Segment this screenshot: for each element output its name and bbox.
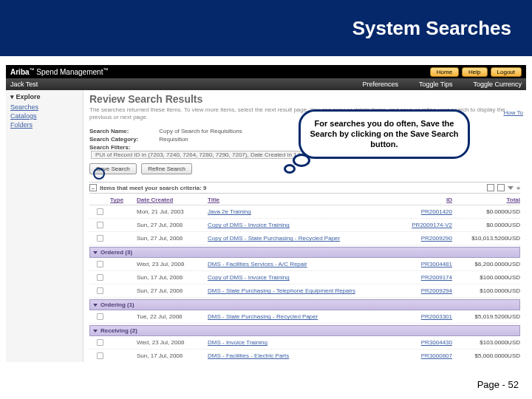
cell-id-link[interactable]: PR3000807	[399, 352, 452, 359]
toggle-tips-link[interactable]: Toggle Tips	[419, 81, 453, 88]
chevron-down-icon	[93, 304, 98, 307]
logout-button[interactable]: Logout	[491, 67, 522, 77]
th-total[interactable]: Total	[452, 197, 520, 203]
table-row: Wed, 23 Jul, 2008DMS - Invoice TrainingP…	[89, 336, 520, 349]
home-button[interactable]: Home	[430, 67, 459, 77]
cell-title-link[interactable]: Copy of DMS - Invoice Training	[208, 274, 399, 281]
row-checkbox[interactable]	[96, 274, 103, 281]
search-category-label: Search Category:	[89, 136, 157, 143]
cell-id-link[interactable]: PR3004481	[399, 261, 452, 267]
cell-id-link[interactable]: PR2003301	[399, 313, 452, 320]
cell-date: Wed, 23 Jul, 2008	[137, 261, 208, 267]
cell-date: Wed, 23 Jul, 2008	[137, 339, 208, 346]
cell-total: $100.0000USD	[452, 274, 520, 281]
callout-tail-icon	[284, 164, 296, 174]
th-date[interactable]: Date Created	[137, 197, 208, 203]
row-checkbox[interactable]	[96, 235, 103, 242]
page-number: Page - 52	[477, 379, 519, 390]
cell-total: $5,000.0000USD	[452, 352, 520, 359]
app-toolbar: Jack Test Preferences Toggle Tips Toggle…	[6, 78, 526, 90]
group-receiving[interactable]: Receiving (2)	[89, 325, 520, 336]
cell-date: Sun, 17 Jul, 2008	[137, 274, 208, 281]
cell-date: Sun, 27 Jul, 2008	[137, 287, 208, 294]
cell-id-link[interactable]: PR2009294	[399, 287, 452, 294]
prefs-link[interactable]: Preferences	[362, 81, 398, 88]
table-row: Wed, 23 Jul, 2008DMS - Facilities Servic…	[89, 258, 520, 271]
how-to-link[interactable]: How To	[503, 109, 523, 116]
table-row: Sun, 27 Jul, 2008Copy of DMS - State Pur…	[89, 232, 520, 245]
cell-total: $6,200.0000USD	[452, 261, 520, 267]
sidebar-link-catalogs[interactable]: Catalogs	[10, 112, 78, 120]
row-checkbox[interactable]	[96, 208, 103, 215]
cell-title-link[interactable]: DMS - Facilities - Electric Parts	[208, 352, 399, 359]
row-checkbox[interactable]	[96, 352, 103, 359]
cell-title-link[interactable]: DMS - State Purchasing - Telephone Equip…	[208, 287, 399, 294]
cell-id-link[interactable]: PR2009174-V2	[399, 222, 452, 228]
cell-id-link[interactable]: PR2009290	[399, 235, 452, 242]
equals-label: =	[516, 185, 520, 191]
group-ordering[interactable]: Ordering (1)	[89, 299, 520, 310]
th-id[interactable]: ID	[399, 197, 452, 203]
sidebar-heading-text: Explore	[16, 93, 41, 100]
cell-date: Sun, 17 Jul, 2008	[137, 352, 208, 359]
app-header: Ariba™ Spend Management™ Home Help Logou…	[6, 65, 526, 78]
group-receiving-label: Receiving (2)	[100, 327, 137, 334]
row-checkbox[interactable]	[96, 313, 103, 320]
cell-title-link[interactable]: DMS - State Purchasing - Recycled Paper	[208, 313, 399, 320]
slide-title-bar: System Searches	[0, 0, 532, 56]
cell-title-link[interactable]: Copy of DMS - State Purchasing - Recycle…	[208, 235, 399, 242]
items-count-label: Items that meet your search criteria: 9	[100, 185, 207, 191]
callout-bubble: For searches you do often, Save the Sear…	[299, 109, 470, 159]
cell-total: $5,019.5200USD	[452, 313, 520, 320]
table-header-row: Type Date Created Title ID Total	[89, 195, 520, 205]
th-title[interactable]: Title	[208, 197, 399, 203]
sidebar-heading: ▾ Explore	[10, 93, 78, 100]
table-row: Mon, 21 Jul, 2003Java 2e TrainingPR20014…	[89, 205, 520, 219]
chevron-down-icon	[93, 330, 98, 332]
toggle-currency-link[interactable]: Toggle Currency	[473, 81, 522, 88]
cell-id-link[interactable]: PR2009174	[399, 274, 452, 281]
sidebar: ▾ Explore Searches Catalogs Folders	[6, 90, 83, 362]
chevron-down-icon	[93, 251, 98, 254]
cell-date: Mon, 21 Jul, 2003	[137, 208, 208, 215]
cell-date: Sun, 27 Jul, 2008	[137, 222, 208, 228]
cell-id-link[interactable]: PR3004430	[399, 339, 452, 346]
row-checkbox[interactable]	[96, 287, 103, 294]
brand-pre: Ariba	[10, 68, 30, 76]
cell-title-link[interactable]: DMS - Facilities Services - A/C Repair	[208, 261, 399, 267]
export-icon[interactable]	[487, 184, 494, 191]
grid-icon[interactable]	[497, 184, 505, 191]
table-row: Sun, 17 Jul, 2008DMS - Facilities - Elec…	[89, 349, 520, 362]
search-name-value: Copy of Search for Requisitions	[159, 128, 242, 134]
current-user: Jack Test	[10, 81, 38, 88]
th-type[interactable]: Type	[110, 197, 137, 203]
table-row: Sun, 27 Jul, 2008DMS - State Purchasing …	[89, 284, 520, 298]
search-filters-label: Search Filters:	[89, 144, 157, 151]
results-table: Type Date Created Title ID Total Mon, 21…	[89, 195, 520, 362]
sidebar-link-folders[interactable]: Folders	[10, 121, 78, 129]
slide-title: System Searches	[352, 17, 511, 40]
row-checkbox[interactable]	[96, 339, 103, 346]
collapse-icon[interactable]: –	[89, 184, 97, 191]
items-header: – Items that meet your search criteria: …	[89, 182, 520, 194]
cell-title-link[interactable]: Java 2e Training	[208, 208, 399, 215]
row-checkbox[interactable]	[96, 261, 103, 267]
sidebar-link-searches[interactable]: Searches	[10, 103, 78, 111]
search-category-value: Requisition	[159, 136, 188, 143]
app-brand: Ariba™ Spend Management™	[10, 67, 108, 76]
cell-id-link[interactable]: PR2001420	[399, 208, 452, 215]
help-button[interactable]: Help	[462, 67, 487, 77]
cell-total: $10,013.5200USD	[452, 235, 520, 242]
tm-icon-2: ™	[103, 67, 108, 72]
refine-search-button[interactable]: Refine Search	[141, 163, 192, 174]
group-ordered[interactable]: Ordered (3)	[89, 247, 520, 258]
page-title: Review Search Results	[89, 93, 520, 105]
tm-icon: ™	[30, 67, 35, 72]
table-row: Tue, 22 Jul, 2008DMS - State Purchasing …	[89, 310, 520, 324]
cell-total: $100.0000USD	[452, 287, 520, 294]
dropdown-icon[interactable]	[508, 186, 514, 190]
cell-title-link[interactable]: Copy of DMS - Invoice Training	[208, 222, 399, 228]
cell-title-link[interactable]: DMS - Invoice Training	[208, 339, 399, 346]
group-ordered-label: Ordered (3)	[100, 249, 132, 256]
row-checkbox[interactable]	[96, 222, 103, 228]
